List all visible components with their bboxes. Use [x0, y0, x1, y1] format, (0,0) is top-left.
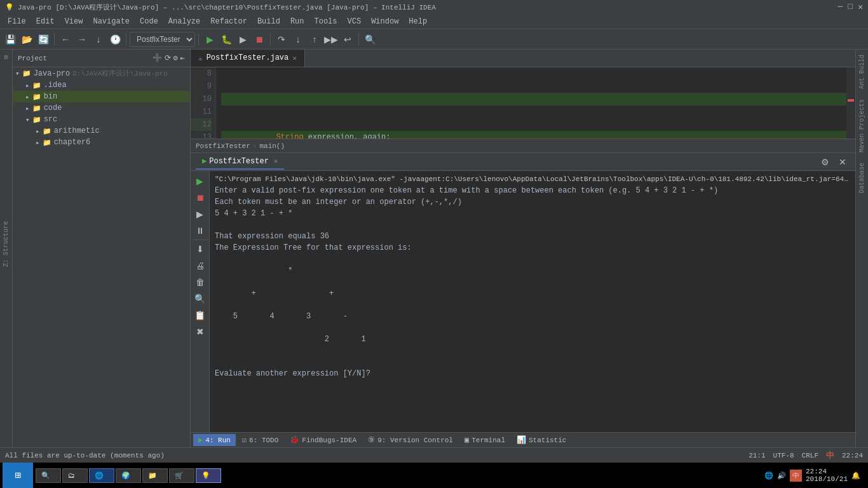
menu-vcs[interactable]: VCS [342, 16, 367, 27]
tree-item-arithmetic[interactable]: ▸ 📁 arithmetic [13, 125, 190, 137]
run-close-button[interactable]: ✕ [835, 154, 850, 170]
menu-code[interactable]: Code [135, 16, 163, 27]
project-sync-icon[interactable]: ⟳ [165, 53, 171, 63]
run-print-button[interactable]: 🖨 [193, 258, 208, 273]
tree-item-code[interactable]: ▸ 📁 code [13, 102, 190, 114]
run-command-line: "C:\Program Files\Java\jdk-10\bin\java.e… [215, 173, 850, 185]
run-settings-button[interactable]: ⚙ [817, 154, 832, 170]
taskbar-search[interactable]: 🔍 [36, 468, 61, 483]
taskbar-notification-icon[interactable]: 🔔 [851, 471, 860, 480]
maximize-button[interactable]: □ [848, 2, 853, 12]
editor-tab-postfixtester[interactable]: ☕ PostfixTester.java ✕ [191, 50, 305, 67]
run-resume-button[interactable]: ▶ [193, 207, 208, 222]
project-add-icon[interactable]: ➕ [153, 53, 162, 63]
step-into-button[interactable]: ↓ [290, 32, 306, 47]
taskbar-ie[interactable]: 🌐 [89, 468, 114, 483]
run-clear-button[interactable]: 🗑 [193, 274, 208, 290]
run-stop-button[interactable]: ⏹ [193, 190, 208, 205]
run-output-1: Each token must be an integer or an oper… [215, 196, 850, 208]
taskbar-task-view[interactable]: 🗂 [62, 468, 88, 483]
bottom-tab-terminal[interactable]: ▣ Terminal [459, 434, 510, 446]
menu-build[interactable]: Build [252, 16, 285, 27]
minimize-button[interactable]: ─ [838, 2, 843, 12]
menu-help[interactable]: Help [403, 16, 432, 27]
breadcrumb-method[interactable]: main() [259, 142, 285, 150]
bottom-tab-vcs[interactable]: ⑨ 9: Version Control [363, 434, 458, 446]
menu-tools[interactable]: Tools [309, 16, 342, 27]
toolbar-back-button[interactable]: ← [58, 32, 73, 47]
taskbar-right: 🌐 🔊 中 22:24 2018/10/21 🔔 [759, 468, 865, 483]
stop-button[interactable]: ⏹ [252, 32, 267, 47]
taskbar-file-explorer[interactable]: 📁 [142, 468, 168, 483]
tab-close-button[interactable]: ✕ [292, 54, 297, 62]
close-button[interactable]: ✕ [858, 2, 863, 12]
run-prompt-line: Enter a valid post-fix expression one to… [215, 185, 850, 196]
src-expand-icon: ▾ [25, 116, 30, 124]
menu-navigate[interactable]: Navigate [88, 16, 135, 27]
title-bar-controls[interactable]: ─ □ ✕ [838, 2, 863, 12]
right-tab-maven[interactable]: Maven Projects [857, 94, 867, 158]
tree-item-chapter6[interactable]: ▸ 📁 chapter6 [13, 137, 190, 148]
run-config-dropdown[interactable]: PostfixTester [130, 32, 195, 47]
bottom-tab-run[interactable]: ▶ 4: Run [193, 434, 236, 446]
run-tree-3: 5 4 3 - [215, 311, 850, 322]
code-content[interactable]: String expression, again; int result; Sc… [216, 67, 846, 139]
taskbar-store[interactable]: 🛒 [169, 468, 194, 483]
project-settings-icon[interactable]: ⚙ [173, 53, 178, 63]
step-over-button[interactable]: ↷ [274, 32, 289, 47]
menu-view[interactable]: View [60, 16, 88, 27]
tree-item-bin[interactable]: ▸ 📁 bin [13, 91, 190, 102]
menu-file[interactable]: File [3, 16, 31, 27]
resume-button[interactable]: ▶▶ [323, 32, 339, 47]
tree-item-src[interactable]: ▾ 📁 src [13, 114, 190, 125]
tree-item-idea[interactable]: ▸ 📁 .idea [13, 79, 190, 91]
run-tab[interactable]: ▶ PostfixTester ✕ [196, 154, 284, 170]
menu-analyze[interactable]: Analyze [163, 16, 205, 27]
run-rerun-button[interactable]: ▶ [193, 173, 208, 189]
rerun-button[interactable]: ↩ [340, 32, 355, 47]
bottom-tab-findbugs[interactable]: 🐞 FindBugs-IDEA [285, 434, 362, 446]
taskbar-volume-icon: 🔊 [777, 471, 786, 480]
run-tab-close[interactable]: ✕ [274, 157, 278, 165]
right-tab-ant[interactable]: Ant Build [857, 50, 867, 94]
toolbar-down-button[interactable]: ↓ [91, 32, 106, 47]
left-tool-structure[interactable]: ⊞ [1, 52, 11, 62]
breadcrumb-class[interactable]: PostfixTester [196, 142, 250, 150]
toolbar-sync-button[interactable]: 🔄 [36, 32, 51, 47]
bottom-tab-vcs-label: 9: Version Control [377, 437, 453, 444]
menu-refactor[interactable]: Refactor [205, 16, 252, 27]
taskbar-edge[interactable]: 🌍 [116, 468, 141, 483]
toolbar-recent-button[interactable]: 🕐 [107, 32, 123, 47]
menu-window[interactable]: Window [366, 16, 403, 27]
search-everywhere-button[interactable]: 🔍 [362, 32, 377, 47]
menu-edit[interactable]: Edit [31, 16, 60, 27]
step-out-button[interactable]: ↑ [307, 32, 322, 47]
status-position[interactable]: 21:1 [749, 452, 765, 459]
toolbar-save-button[interactable]: 💾 [3, 32, 18, 47]
structure-panel-label[interactable]: Z: Structure [0, 219, 12, 269]
run-suspend-button[interactable]: ⏸ [193, 223, 208, 238]
run-result-line: That expression equals 36 [215, 231, 850, 242]
menu-run[interactable]: Run [285, 16, 309, 27]
run-coverage-button[interactable]: ▶ [235, 32, 250, 47]
toolbar-forward-button[interactable]: → [74, 32, 90, 47]
run-filter-button[interactable]: 🔍 [193, 291, 208, 306]
taskbar-ime-icon[interactable]: 中 [790, 470, 802, 482]
run-remove-button[interactable]: ✖ [193, 324, 208, 339]
bottom-tab-statistic[interactable]: 📊 Statistic [512, 434, 571, 446]
run-scroll-end-button[interactable]: ⬇ [193, 241, 208, 257]
project-collapse-icon[interactable]: ⇤ [180, 53, 185, 63]
taskbar-intellij[interactable]: 💡 [196, 468, 221, 483]
tree-root[interactable]: ▾ 📁 Java-pro D:\JAVA程序设计\Java-pro [13, 67, 190, 79]
run-content[interactable]: "C:\Program Files\Java\jdk-10\bin\java.e… [210, 171, 855, 432]
start-button[interactable]: ⊞ [3, 463, 33, 488]
bottom-tab-todo[interactable]: ☑ 6: TODO [237, 434, 283, 446]
run-tab-label: PostfixTester [209, 157, 269, 166]
run-collapse-button[interactable]: 📋 [193, 308, 208, 323]
debug-button[interactable]: 🐛 [219, 32, 234, 47]
status-encoding[interactable]: UTF-8 [773, 452, 794, 459]
status-line-sep[interactable]: CRLF [802, 452, 818, 459]
run-button[interactable]: ▶ [202, 32, 217, 47]
toolbar-open-button[interactable]: 📂 [19, 32, 34, 47]
right-tab-database[interactable]: Database [857, 158, 867, 198]
